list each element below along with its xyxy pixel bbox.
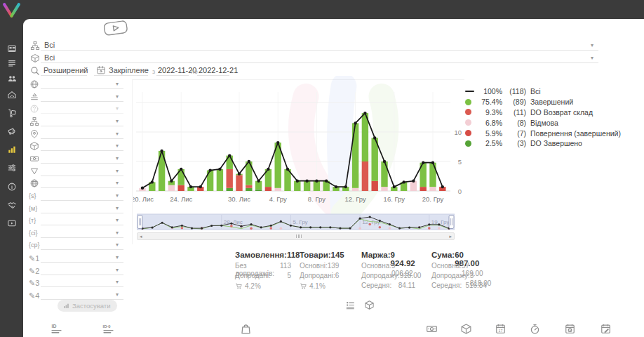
filter-dropdown[interactable]: [41, 113, 123, 114]
chevron-down-icon[interactable]: ▾: [116, 156, 119, 161]
sidebar-item-partners[interactable]: [0, 198, 23, 212]
legend-item[interactable]: 5.9%(7)Повернення (завершений): [465, 128, 621, 138]
sidebar-item-settings[interactable]: [0, 161, 23, 175]
svg-text:20. Гру: 20. Гру: [422, 195, 444, 203]
legend-label: Відмова: [526, 119, 558, 127]
sidebar-item-marketing[interactable]: [0, 124, 23, 138]
chart-horizontal-scrollbar[interactable]: ◂ ▸: [137, 232, 455, 240]
svg-text:5: 5: [458, 158, 462, 166]
filter-dropdown[interactable]: [41, 275, 123, 275]
scroll-left-icon[interactable]: ◂: [140, 233, 142, 239]
chevron-down-icon[interactable]: ▾: [116, 206, 119, 211]
sidebar-item-company[interactable]: [0, 88, 23, 102]
filter-dropdown[interactable]: [41, 101, 123, 102]
legend-item[interactable]: 9.3%(11)DO Возврат склад: [465, 107, 621, 118]
filter-dropdown[interactable]: [41, 150, 123, 151]
scrollbar-grip[interactable]: [296, 234, 302, 238]
date-created-column-icon[interactable]: [495, 323, 507, 335]
chevron-down-icon[interactable]: ▾: [116, 131, 119, 137]
utm-content-icon: {сі}: [29, 230, 38, 237]
sidebar-item-orders[interactable]: [0, 56, 23, 70]
sidebar-item-analytics[interactable]: [0, 143, 23, 157]
legend-label: Повернення (завершений): [526, 129, 621, 138]
products-column-icon[interactable]: [240, 323, 252, 335]
chevron-down-icon[interactable]: ▾: [116, 180, 119, 186]
legend-item[interactable]: 6.8%(8)Відмова: [465, 117, 621, 128]
navigator-left-handle[interactable]: [137, 216, 142, 229]
legend-item[interactable]: 75.4%(89)Завершений: [465, 97, 621, 107]
filter-dropdown[interactable]: [41, 225, 123, 225]
date-to-input[interactable]: 2022-12-21: [199, 66, 238, 74]
package-column-icon[interactable]: [460, 323, 472, 335]
layers-icon: [29, 92, 39, 102]
stat-row: Без допродажів:113: [235, 262, 291, 272]
legend-item[interactable]: 2.5%(3)DO Завершено: [465, 138, 621, 149]
scroll-right-icon[interactable]: ▸: [449, 233, 452, 239]
chevron-down-icon[interactable]: ▾: [116, 218, 119, 223]
order-number-column-icon[interactable]: [102, 323, 114, 335]
filter-dropdown[interactable]: [41, 237, 123, 238]
filter-dropdown[interactable]: [41, 176, 123, 176]
chevron-down-icon[interactable]: ▾: [142, 68, 145, 74]
globe-icon: [29, 79, 39, 89]
payment-column-icon[interactable]: [426, 323, 438, 335]
legend-item[interactable]: 100%(118)Всі: [465, 86, 621, 97]
chevron-down-icon[interactable]: ▾: [116, 143, 119, 149]
svg-text:8. Гру: 8. Гру: [308, 195, 326, 203]
search-icon[interactable]: [30, 66, 40, 76]
chevron-down-icon[interactable]: ▾: [116, 292, 119, 298]
filter-dropdown[interactable]: [41, 249, 123, 250]
date-modified-column-icon[interactable]: [600, 323, 612, 335]
help-icon: [29, 104, 39, 114]
sidebar-item-tutorials[interactable]: [0, 216, 23, 230]
chevron-down-icon[interactable]: ▾: [116, 230, 119, 236]
video-icon: [7, 218, 17, 228]
chevron-down-icon[interactable]: ▾: [116, 193, 119, 199]
status-filter-value[interactable]: Всі: [44, 41, 55, 49]
product-filter-value[interactable]: Всі: [44, 53, 55, 62]
chevron-down-icon[interactable]: ▾: [116, 81, 119, 87]
chevron-down-icon[interactable]: ▾: [591, 55, 593, 61]
apply-button[interactable]: Застосувати: [58, 300, 117, 312]
orders-chart[interactable]: 051020. Лис24. Лис30. Лис4. Гру8. Гру12.…: [133, 79, 484, 209]
products-view-toggle[interactable]: [364, 300, 375, 310]
chart-range-navigator[interactable]: 28. Лис5. Гру12. Гру19. Гру: [137, 213, 455, 232]
chevron-down-icon[interactable]: ▾: [116, 267, 119, 273]
legend-label: DO Завершено: [526, 139, 582, 147]
filter-dropdown[interactable]: [41, 163, 123, 164]
chevron-down-icon[interactable]: ▾: [116, 242, 119, 248]
stat-row: Середня:516.84: [431, 282, 487, 291]
sidebar-item-banners[interactable]: [0, 41, 23, 55]
mini-chart-icon: [63, 303, 69, 309]
chevron-down-icon[interactable]: ▾: [591, 43, 593, 48]
legend-view-toggle[interactable]: [345, 300, 356, 310]
legend-label: Завершений: [526, 98, 573, 106]
sidebar-item-info[interactable]: [0, 180, 23, 194]
calendar-icon: [96, 65, 106, 75]
filter-dropdown[interactable]: [41, 138, 123, 139]
chevron-down-icon[interactable]: ▾: [116, 119, 119, 124]
filter-dropdown[interactable]: [41, 286, 123, 287]
sidebar-item-customers[interactable]: [0, 72, 23, 86]
filter-dropdown[interactable]: [41, 88, 123, 89]
date-scheduled-column-icon[interactable]: [564, 323, 576, 335]
chevron-down-icon[interactable]: ▾: [116, 94, 119, 100]
app-logo-icon[interactable]: [2, 1, 21, 18]
filter-dropdown[interactable]: [41, 262, 123, 263]
filter-dropdown[interactable]: [41, 187, 123, 188]
chevron-down-icon[interactable]: ▾: [116, 168, 119, 174]
filter-dropdown[interactable]: [41, 213, 123, 213]
legend-percent: 9.3%: [476, 108, 502, 117]
chevron-down-icon[interactable]: ▾: [116, 106, 119, 112]
order-id-column-icon[interactable]: [51, 323, 62, 335]
chevron-down-icon[interactable]: ▾: [81, 68, 84, 74]
stat-column: Сума:60 987.00Основна:57 169.00Допродажу…: [431, 251, 487, 291]
chevron-down-icon[interactable]: ▾: [116, 255, 119, 260]
processing-time-column-icon[interactable]: [529, 323, 541, 335]
legend-count: (89): [502, 98, 526, 106]
chevron-down-icon[interactable]: ▾: [116, 279, 119, 285]
sidebar-item-purchases[interactable]: [0, 106, 23, 120]
navigator-right-handle[interactable]: [449, 216, 454, 229]
filter-dropdown[interactable]: [41, 200, 123, 201]
filter-dropdown[interactable]: [41, 126, 123, 126]
